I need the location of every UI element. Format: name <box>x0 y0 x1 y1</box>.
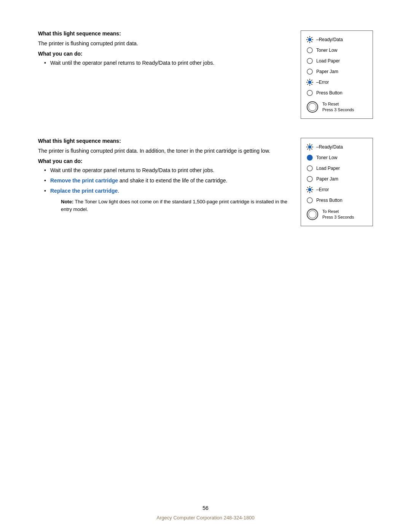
ready-data-label: –Ready/Data <box>316 37 343 42</box>
diag-row-error-2: –Error <box>306 185 368 194</box>
error-label: –Error <box>316 80 329 85</box>
svg-point-47 <box>309 211 316 218</box>
ready-data-icon <box>306 35 314 44</box>
svg-line-19 <box>307 84 308 85</box>
list-item: Remove the print cartridge and shake it … <box>44 177 289 185</box>
section-2-subheading: What you can do: <box>38 158 289 164</box>
svg-point-32 <box>308 145 311 149</box>
svg-line-31 <box>307 149 308 149</box>
toner-low-label-2: Toner Low <box>316 155 337 160</box>
diag-row-press-button-2: Press Button <box>306 196 368 204</box>
svg-point-34 <box>307 166 312 171</box>
load-paper-label-2: Load Paper <box>316 166 340 171</box>
diag-row-toner-2: Toner Low <box>306 153 368 162</box>
diag-row-error: –Error <box>306 78 368 86</box>
toner-low-label: Toner Low <box>316 48 337 53</box>
toner-low-icon <box>306 46 314 54</box>
section-1-heading: What this light sequence means: <box>38 30 289 37</box>
diag-reset-row-1: To ResetPress 3 Seconds <box>306 100 368 114</box>
section-2-text: What this light sequence means: The prin… <box>38 138 289 226</box>
svg-line-5 <box>311 41 312 42</box>
svg-line-18 <box>311 80 312 81</box>
ready-data-label-2: –Ready/Data <box>316 144 343 150</box>
load-paper-label: Load Paper <box>316 58 340 64</box>
diag-row-ready: –Ready/Data <box>306 35 368 44</box>
press-button-label: Press Button <box>316 90 342 96</box>
paper-jam-label: Paper Jam <box>316 69 338 74</box>
section-1-diagram: –Ready/Data Toner Low Load Paper <box>301 30 373 119</box>
press-button-icon <box>306 89 314 97</box>
diagram-box-2: –Ready/Data Toner Low Load Paper <box>301 138 373 226</box>
section-1-subheading: What you can do: <box>38 51 289 57</box>
svg-point-8 <box>308 38 311 41</box>
svg-line-16 <box>307 80 308 81</box>
section-1-bullets: Wait until the operator panel returns to… <box>38 59 289 67</box>
section-2-heading: What this light sequence means: <box>38 138 289 144</box>
page-number: 56 <box>0 505 411 511</box>
error-icon-2 <box>306 185 314 194</box>
svg-line-30 <box>311 145 312 145</box>
svg-line-4 <box>307 37 308 38</box>
diag-row-paper-jam: Paper Jam <box>306 67 368 76</box>
page-footer: 56 Argecy Computer Corporation 248-324-1… <box>0 505 411 521</box>
svg-line-40 <box>307 187 308 188</box>
svg-line-29 <box>311 149 312 149</box>
svg-point-33 <box>307 155 312 160</box>
footer-company: Argecy Computer Corporation 248-324-1800 <box>0 515 411 521</box>
paper-jam-label-2: Paper Jam <box>316 176 338 182</box>
section-2: What this light sequence means: The prin… <box>38 138 373 226</box>
section-1-text: What this light sequence means: The prin… <box>38 30 289 119</box>
note-label: Note: <box>61 199 73 204</box>
page-content: What this light sequence means: The prin… <box>0 0 411 268</box>
section-1: What this light sequence means: The prin… <box>38 30 373 119</box>
section-2-diagram: –Ready/Data Toner Low Load Paper <box>301 138 373 226</box>
load-paper-icon-2 <box>306 164 314 173</box>
load-paper-icon <box>306 57 314 65</box>
svg-point-21 <box>307 90 312 96</box>
svg-point-9 <box>307 48 312 53</box>
list-item: Wait until the operator panel returns to… <box>44 59 289 67</box>
svg-point-23 <box>309 103 316 111</box>
note-block: Note: The Toner Low light does not come … <box>61 198 289 213</box>
diag-row-paper-jam-2: Paper Jam <box>306 175 368 183</box>
diagram-box-1: –Ready/Data Toner Low Load Paper <box>301 30 373 119</box>
reset-circle-icon <box>306 100 319 114</box>
diag-row-press-button: Press Button <box>306 89 368 97</box>
paper-jam-icon <box>306 67 314 76</box>
ready-data-icon-2 <box>306 143 314 151</box>
remove-cartridge-link[interactable]: Remove the print cartridge <box>50 177 118 184</box>
svg-line-17 <box>311 84 312 85</box>
press-button-label-2: Press Button <box>316 198 342 203</box>
error-label-2: –Error <box>316 187 329 192</box>
diag-row-toner: Toner Low <box>306 46 368 54</box>
svg-point-45 <box>307 198 312 203</box>
reset-circle-icon-2 <box>306 208 319 221</box>
paper-jam-icon-2 <box>306 175 314 183</box>
svg-point-44 <box>308 188 311 191</box>
reset-text-2: To ResetPress 3 Seconds <box>322 209 354 220</box>
svg-point-10 <box>307 58 312 64</box>
section-1-body: The printer is flushing corrupted print … <box>38 40 289 48</box>
svg-line-41 <box>311 191 312 192</box>
svg-point-20 <box>308 81 311 84</box>
svg-point-35 <box>307 176 312 182</box>
svg-line-28 <box>307 145 308 145</box>
toner-low-icon-2 <box>306 153 314 162</box>
diag-reset-row-2: To ResetPress 3 Seconds <box>306 208 368 221</box>
diag-row-load-2: Load Paper <box>306 164 368 173</box>
error-icon <box>306 78 314 86</box>
svg-point-11 <box>307 69 312 74</box>
replace-cartridge-link[interactable]: Replace the print cartridge <box>50 188 118 194</box>
svg-line-43 <box>307 191 308 192</box>
section-2-body: The printer is flushing corrupted print … <box>38 147 289 155</box>
note-text: The Toner Low light does not come on if … <box>61 199 287 212</box>
diag-row-load: Load Paper <box>306 57 368 65</box>
svg-line-6 <box>311 37 312 38</box>
section-2-bullets: Wait until the operator panel returns to… <box>38 166 289 195</box>
diag-row-ready-2: –Ready/Data <box>306 143 368 151</box>
list-item: Wait until the operator panel returns to… <box>44 166 289 174</box>
svg-line-7 <box>307 41 308 42</box>
svg-line-42 <box>311 187 312 188</box>
press-button-icon-2 <box>306 196 314 204</box>
list-item: Replace the print cartridge. <box>44 187 289 195</box>
